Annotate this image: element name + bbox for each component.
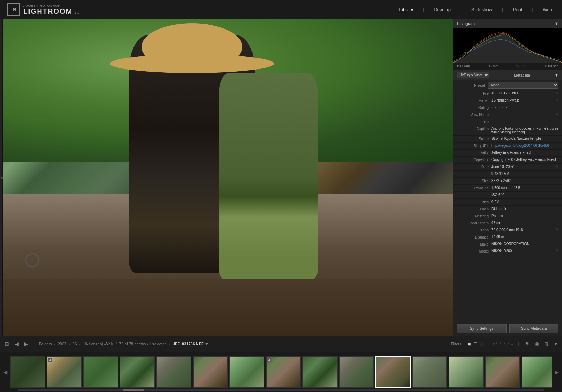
star1[interactable]: ☆: [495, 342, 498, 346]
thumb-bg-2: [47, 357, 81, 387]
view-selector[interactable]: Jeffrey's View Default EXIF IPTC All: [457, 72, 489, 78]
film-thumb-3[interactable]: [83, 356, 118, 388]
filmstrip-scrollbar[interactable]: [18, 389, 544, 391]
film-thumb-12[interactable]: [412, 356, 447, 388]
meta-row: FileJEF_031786.NEF✎: [453, 90, 562, 97]
filmstrip-prev-icon[interactable]: ◀: [2, 369, 9, 375]
more-icon[interactable]: ▾: [553, 340, 558, 347]
star-filter: ≥ ☆ ☆ ☆ ☆ ☆: [493, 342, 514, 346]
topbar: LR ADOBE PHOTOSHOP LIGHTROOM 1.1 Library…: [0, 0, 562, 19]
sync-metadata-button[interactable]: Sync Metadata: [509, 324, 559, 333]
histogram-exif: ISO 640 95 mm f / 3.5 1/500 sec: [453, 63, 562, 70]
film-thumb-15[interactable]: [522, 356, 552, 388]
meta-edit-icon-3[interactable]: ✎: [556, 112, 558, 116]
meta-row: MeteringPattern: [453, 213, 562, 220]
meta-row: Blog URLhttp://regex.info/blog/2007-06-1…: [453, 143, 562, 150]
histogram-expand-icon: ▼: [555, 21, 558, 26]
meta-value-0[interactable]: JEF_031786.NEF: [491, 91, 554, 95]
thumb-bg-1: [11, 357, 45, 387]
logo-area: LR ADOBE PHOTOSHOP LIGHTROOM 1.1: [7, 3, 79, 16]
exif-shutter: 1/500 sec: [543, 64, 558, 68]
film-thumb-9[interactable]: [302, 356, 338, 388]
meta-label-14: [457, 193, 489, 193]
nav-develop[interactable]: Develop: [431, 6, 453, 14]
film-thumb-14[interactable]: [485, 356, 520, 388]
film-thumb-11[interactable]: [375, 356, 411, 388]
film-thumb-6[interactable]: [193, 356, 228, 388]
thumb-bg-12: [413, 357, 446, 387]
breadcrumb-06[interactable]: 06: [72, 342, 77, 346]
meta-edit-icon-1[interactable]: ✎: [556, 98, 558, 102]
star5[interactable]: ☆: [510, 342, 514, 346]
nav-slideshow[interactable]: Slideshow: [469, 6, 495, 14]
bench-ring: [25, 253, 39, 267]
meta-edit-icon-22[interactable]: ✎: [556, 249, 558, 253]
detail-icon[interactable]: ⊟: [479, 341, 483, 347]
star2[interactable]: ☆: [499, 342, 502, 346]
meta-value-1[interactable]: 10-Nanzenji-Walk: [491, 98, 554, 102]
sort-icon[interactable]: ⇅: [543, 340, 550, 347]
star3[interactable]: ☆: [503, 342, 506, 346]
filename-display: JEF_031786.NEF: [173, 342, 204, 346]
thumb-bg-5: [157, 357, 191, 387]
meta-row: ModelNIKON D200✎: [453, 248, 562, 255]
flag-icon[interactable]: ⚑: [523, 340, 531, 347]
meta-value-14: ISO 640: [491, 193, 558, 197]
list-icon[interactable]: ☰: [473, 341, 478, 347]
sync-settings-button[interactable]: Sync Settings: [457, 324, 507, 333]
nav-library[interactable]: Library: [397, 6, 416, 14]
meta-value-19[interactable]: 70.0-200.0 mm f/2.8: [491, 228, 554, 232]
hat-brim: [110, 54, 274, 73]
filename-dropdown-icon[interactable]: ▼: [205, 342, 209, 346]
meta-edit-icon-10[interactable]: ✎: [556, 165, 558, 168]
film-thumb-7[interactable]: [229, 356, 264, 388]
film-thumb-2[interactable]: 2: [47, 356, 82, 388]
left-panel-toggle[interactable]: ◀: [0, 19, 3, 336]
nav-prev-icon[interactable]: ◀: [13, 340, 20, 347]
meta-label-13: Exposure: [457, 186, 489, 190]
star4[interactable]: ☆: [507, 342, 510, 346]
nav-web[interactable]: Web: [540, 6, 555, 14]
histogram-header[interactable]: Histogram ▼: [453, 19, 562, 28]
meta-value-8: Jeffrey Eric Francis Friedl: [491, 151, 558, 155]
film-thumb-4[interactable]: [120, 356, 155, 388]
histogram-title: Histogram: [457, 21, 475, 26]
meta-value-10[interactable]: June 10, 2007: [491, 165, 554, 169]
meta-label-0: File: [457, 91, 489, 96]
filmstrip-next-icon[interactable]: ▶: [553, 369, 560, 375]
app-brand: ADOBE PHOTOSHOP: [23, 4, 79, 7]
meta-label-1: Folder: [457, 98, 489, 103]
breadcrumb-folder-name[interactable]: 10-Nanzenji-Walk: [83, 342, 113, 346]
meta-edit-icon-19[interactable]: ✎: [556, 228, 558, 231]
meta-label-22: Model: [457, 249, 489, 253]
meta-row: Rating• • • • •: [453, 104, 562, 111]
meta-row: Folder10-Nanzenji-Walk✎: [453, 97, 562, 104]
grid-view-icon[interactable]: ⊞: [4, 340, 11, 347]
star-filter-gte[interactable]: ≥: [493, 342, 495, 346]
exif-aperture: f / 3.5: [516, 64, 525, 68]
film-thumb-8[interactable]: 2: [266, 356, 301, 388]
metadata-label: Metadata: [514, 73, 530, 77]
breadcrumb-2007[interactable]: 2007: [58, 342, 66, 346]
app-name: LIGHTROOM: [23, 7, 72, 15]
lr-logo: LR: [7, 3, 20, 16]
color-filter-icon[interactable]: ◉: [534, 340, 541, 347]
meta-label-17: Metering: [457, 214, 489, 218]
preset-selector[interactable]: None: [488, 82, 558, 89]
metadata-fields: FileJEF_031786.NEF✎Folder10-Nanzenji-Wal…: [453, 90, 562, 255]
film-thumb-1[interactable]: [10, 356, 45, 388]
logo-text: LR: [10, 7, 16, 12]
grid-icon[interactable]: ⊞: [467, 341, 472, 347]
histogram-chart: [453, 28, 562, 63]
nav-print[interactable]: Print: [510, 6, 525, 14]
meta-value-22[interactable]: NIKON D200: [491, 249, 554, 253]
filmstrip-scrollbar-thumb[interactable]: [123, 389, 144, 391]
left-panel-arrow-icon: ◀: [0, 176, 3, 179]
film-thumb-5[interactable]: [156, 356, 191, 388]
film-thumb-10[interactable]: [339, 356, 374, 388]
meta-edit-icon-0[interactable]: ✎: [556, 91, 558, 95]
meta-row: ISO 640: [453, 192, 562, 199]
nav-next-icon[interactable]: ▶: [23, 340, 30, 347]
film-thumb-13[interactable]: [449, 356, 484, 388]
breadcrumb-folders[interactable]: Folders: [39, 342, 52, 346]
